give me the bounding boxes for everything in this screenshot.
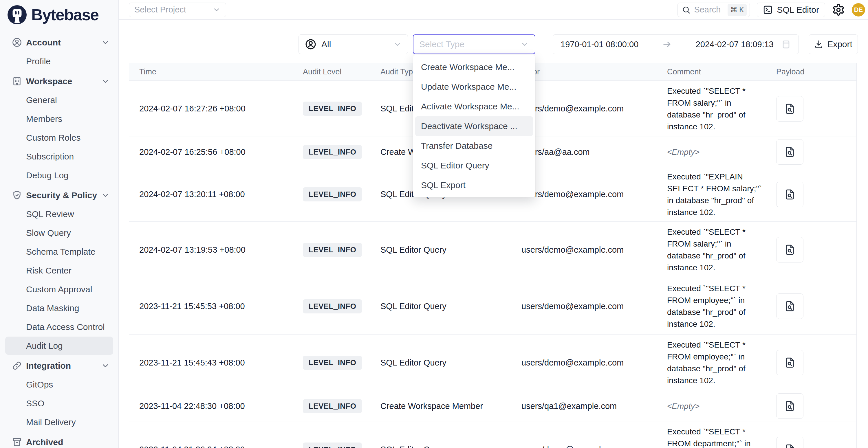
sql-editor-label: SQL Editor: [777, 5, 819, 15]
sidebar-item-data-access-control[interactable]: Data Access Control: [0, 318, 118, 336]
sidebar-item-label: Custom Approval: [26, 285, 92, 294]
brand-name: Bytebase: [31, 5, 99, 24]
level-badge: LEVEL_INFO: [303, 399, 362, 413]
payload-view-button[interactable]: [776, 437, 803, 448]
sidebar-item-archived[interactable]: Archived: [0, 433, 118, 448]
project-select[interactable]: Select Project: [129, 3, 226, 17]
cell-actor: users/demo@example.com: [511, 358, 657, 367]
topbar-actions: Search ⌘ K SQL Editor DE: [678, 3, 868, 17]
sidebar-item-custom-approval[interactable]: Custom Approval: [0, 280, 118, 299]
sidebar-item-data-masking[interactable]: Data Masking: [0, 299, 118, 318]
cell-payload: [766, 350, 857, 375]
type-option-activate-workspace-me[interactable]: Activate Workspace Me...: [415, 97, 533, 116]
date-from-value: 1970-01-01 08:00:00: [560, 40, 639, 49]
sidebar-item-integration[interactable]: Integration: [0, 356, 118, 375]
cell-actor: users/qa1@example.com: [511, 402, 657, 411]
sidebar-item-workspace[interactable]: Workspace: [0, 72, 118, 91]
payload-view-button[interactable]: [776, 393, 803, 419]
sidebar-item-label: Subscription: [26, 152, 74, 161]
search-input[interactable]: Search ⌘ K: [678, 3, 750, 17]
type-option-deactivate-workspace[interactable]: Deactivate Workspace ...: [415, 116, 533, 136]
sidebar-nav: AccountProfileWorkspaceGeneralMembersCus…: [0, 32, 118, 448]
level-badge: LEVEL_INFO: [303, 443, 362, 448]
empty-placeholder: <Empty>: [667, 402, 700, 411]
payload-view-button[interactable]: [776, 350, 803, 375]
payload-view-button[interactable]: [776, 139, 803, 165]
actor-filter-select[interactable]: All: [299, 34, 408, 54]
payload-view-button[interactable]: [776, 237, 803, 262]
sidebar-item-label: Schema Template: [26, 247, 96, 257]
download-icon: [814, 40, 824, 49]
sidebar-item-debug-log[interactable]: Debug Log: [0, 166, 118, 185]
cell-payload: [766, 139, 857, 165]
sidebar-item-subscription[interactable]: Subscription: [0, 147, 118, 166]
type-option-update-workspace-me[interactable]: Update Workspace Me...: [415, 77, 533, 97]
sidebar-item-profile[interactable]: Profile: [0, 52, 118, 71]
table-row: 2023-11-04 21:26:24 +08:00LEVEL_INFOSQL …: [129, 421, 857, 448]
sidebar-item-general[interactable]: General: [0, 91, 118, 109]
search-shortcut-badge: ⌘ K: [727, 4, 747, 16]
cell-payload: [766, 393, 857, 419]
file-search-icon: [784, 146, 796, 158]
sidebar-item-risk-center[interactable]: Risk Center: [0, 261, 118, 280]
project-select-placeholder: Select Project: [134, 5, 186, 14]
sidebar-item-account[interactable]: Account: [0, 33, 118, 52]
table-row: 2023-11-21 15:45:53 +08:00LEVEL_INFOSQL …: [129, 278, 857, 334]
type-filter-select[interactable]: Select Type: [413, 34, 535, 54]
shield-check-icon: [11, 190, 22, 200]
cell-audit-level: LEVEL_INFO: [293, 102, 370, 116]
settings-gear-icon[interactable]: [832, 3, 845, 16]
level-badge: LEVEL_INFO: [303, 145, 362, 159]
sidebar-item-sso[interactable]: SSO: [0, 394, 118, 413]
type-option-sql-editor-query[interactable]: SQL Editor Query: [415, 156, 533, 175]
level-badge: LEVEL_INFO: [303, 356, 362, 370]
sidebar-item-members[interactable]: Members: [0, 109, 118, 128]
export-button[interactable]: Export: [809, 34, 858, 54]
column-header-time: Time: [129, 67, 293, 76]
sidebar-item-schema-template[interactable]: Schema Template: [0, 242, 118, 261]
file-search-icon: [784, 357, 796, 369]
user-avatar[interactable]: DE: [852, 3, 865, 17]
sidebar-item-sql-review[interactable]: SQL Review: [0, 204, 118, 223]
chevron-down-icon: [393, 40, 402, 49]
cell-payload: [766, 293, 857, 319]
export-label: Export: [827, 39, 852, 49]
type-option-sql-export[interactable]: SQL Export: [415, 175, 533, 195]
type-filter-dropdown: Create Workspace Me...Update Workspace M…: [413, 55, 535, 197]
sidebar-item-custom-roles[interactable]: Custom Roles: [0, 128, 118, 147]
sidebar-item-label: Account: [26, 38, 61, 47]
payload-view-button[interactable]: [776, 182, 803, 207]
sidebar-item-label: Profile: [26, 57, 51, 66]
cell-time: 2024-02-07 16:27:26 +08:00: [129, 104, 293, 114]
payload-view-button[interactable]: [776, 293, 803, 319]
sidebar-item-audit-log[interactable]: Audit Log: [0, 336, 118, 355]
cell-time: 2024-02-07 13:19:53 +08:00: [129, 245, 293, 255]
type-option-create-workspace-me[interactable]: Create Workspace Me...: [415, 57, 533, 77]
cell-time: 2024-02-07 13:20:11 +08:00: [129, 190, 293, 199]
cell-audit-type: SQL Editor Query: [370, 445, 511, 448]
file-search-icon: [784, 188, 796, 200]
sidebar-item-label: Members: [26, 114, 62, 124]
date-range-picker[interactable]: 1970-01-01 08:00:00 2024-02-07 18:09:13: [553, 34, 799, 54]
sidebar-item-security-policy[interactable]: Security & Policy: [0, 186, 118, 204]
sidebar-item-mail-delivery[interactable]: Mail Delivery: [0, 413, 118, 431]
cell-audit-type: SQL Editor Query: [370, 245, 511, 255]
brand-logo[interactable]: Bytebase: [0, 0, 118, 24]
archive-icon: [11, 437, 22, 447]
building-icon: [11, 76, 22, 87]
payload-view-button[interactable]: [776, 96, 803, 122]
sidebar-item-label: SQL Review: [26, 209, 74, 219]
chevron-down-icon: [101, 77, 110, 86]
cell-audit-type: Create Workspace Member: [370, 402, 511, 411]
type-option-transfer-database[interactable]: Transfer Database: [415, 136, 533, 156]
level-badge: LEVEL_INFO: [303, 187, 362, 201]
chevron-down-icon: [101, 361, 110, 370]
cell-actor: users/demo@example.com: [511, 245, 657, 255]
sidebar-item-gitops[interactable]: GitOps: [0, 375, 118, 394]
search-placeholder: Search: [694, 5, 721, 14]
cell-comment: Executed `"EXPLAIN SELECT * FROM salary;…: [657, 171, 766, 218]
sql-editor-button[interactable]: SQL Editor: [757, 3, 825, 17]
sidebar-item-slow-query[interactable]: Slow Query: [0, 223, 118, 242]
cell-comment: Executed `"SELECT * FROM salary;"` in da…: [657, 226, 766, 274]
file-search-icon: [784, 443, 796, 448]
